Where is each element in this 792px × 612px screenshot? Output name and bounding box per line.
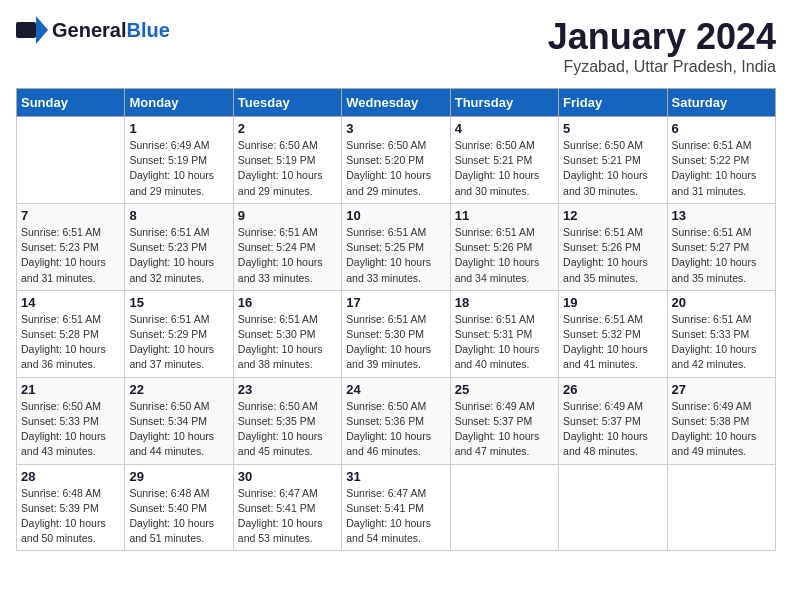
calendar-day-cell: 1Sunrise: 6:49 AM Sunset: 5:19 PM Daylig…	[125, 117, 233, 204]
day-of-week-header: Sunday	[17, 89, 125, 117]
day-of-week-header: Thursday	[450, 89, 558, 117]
day-info: Sunrise: 6:50 AM Sunset: 5:20 PM Dayligh…	[346, 138, 445, 199]
day-number: 18	[455, 295, 554, 310]
day-number: 31	[346, 469, 445, 484]
day-number: 27	[672, 382, 771, 397]
day-info: Sunrise: 6:51 AM Sunset: 5:29 PM Dayligh…	[129, 312, 228, 373]
day-info: Sunrise: 6:50 AM Sunset: 5:33 PM Dayligh…	[21, 399, 120, 460]
day-number: 21	[21, 382, 120, 397]
day-info: Sunrise: 6:50 AM Sunset: 5:19 PM Dayligh…	[238, 138, 337, 199]
calendar-day-cell: 22Sunrise: 6:50 AM Sunset: 5:34 PM Dayli…	[125, 377, 233, 464]
svg-rect-0	[16, 22, 36, 38]
day-info: Sunrise: 6:51 AM Sunset: 5:26 PM Dayligh…	[563, 225, 662, 286]
calendar-day-cell: 11Sunrise: 6:51 AM Sunset: 5:26 PM Dayli…	[450, 203, 558, 290]
day-info: Sunrise: 6:51 AM Sunset: 5:27 PM Dayligh…	[672, 225, 771, 286]
calendar-day-cell: 14Sunrise: 6:51 AM Sunset: 5:28 PM Dayli…	[17, 290, 125, 377]
calendar-day-cell: 24Sunrise: 6:50 AM Sunset: 5:36 PM Dayli…	[342, 377, 450, 464]
day-of-week-header: Friday	[559, 89, 667, 117]
calendar-day-cell: 29Sunrise: 6:48 AM Sunset: 5:40 PM Dayli…	[125, 464, 233, 551]
day-number: 8	[129, 208, 228, 223]
calendar-day-cell: 13Sunrise: 6:51 AM Sunset: 5:27 PM Dayli…	[667, 203, 775, 290]
svg-marker-1	[36, 16, 48, 44]
calendar-day-cell: 27Sunrise: 6:49 AM Sunset: 5:38 PM Dayli…	[667, 377, 775, 464]
day-info: Sunrise: 6:51 AM Sunset: 5:32 PM Dayligh…	[563, 312, 662, 373]
calendar-day-cell: 5Sunrise: 6:50 AM Sunset: 5:21 PM Daylig…	[559, 117, 667, 204]
day-number: 16	[238, 295, 337, 310]
day-number: 9	[238, 208, 337, 223]
title-block: January 2024 Fyzabad, Uttar Pradesh, Ind…	[548, 16, 776, 76]
calendar-day-cell: 26Sunrise: 6:49 AM Sunset: 5:37 PM Dayli…	[559, 377, 667, 464]
calendar-day-cell: 18Sunrise: 6:51 AM Sunset: 5:31 PM Dayli…	[450, 290, 558, 377]
day-info: Sunrise: 6:47 AM Sunset: 5:41 PM Dayligh…	[238, 486, 337, 547]
day-number: 25	[455, 382, 554, 397]
day-number: 20	[672, 295, 771, 310]
logo-general: General	[52, 19, 126, 41]
day-info: Sunrise: 6:49 AM Sunset: 5:37 PM Dayligh…	[455, 399, 554, 460]
page-header: GeneralBlue January 2024 Fyzabad, Uttar …	[16, 16, 776, 76]
day-info: Sunrise: 6:48 AM Sunset: 5:40 PM Dayligh…	[129, 486, 228, 547]
day-number: 17	[346, 295, 445, 310]
calendar-day-cell: 21Sunrise: 6:50 AM Sunset: 5:33 PM Dayli…	[17, 377, 125, 464]
day-number: 29	[129, 469, 228, 484]
calendar-body: 1Sunrise: 6:49 AM Sunset: 5:19 PM Daylig…	[17, 117, 776, 551]
day-info: Sunrise: 6:50 AM Sunset: 5:36 PM Dayligh…	[346, 399, 445, 460]
day-info: Sunrise: 6:51 AM Sunset: 5:31 PM Dayligh…	[455, 312, 554, 373]
location: Fyzabad, Uttar Pradesh, India	[548, 58, 776, 76]
day-number: 10	[346, 208, 445, 223]
calendar-day-cell: 19Sunrise: 6:51 AM Sunset: 5:32 PM Dayli…	[559, 290, 667, 377]
calendar-day-cell: 20Sunrise: 6:51 AM Sunset: 5:33 PM Dayli…	[667, 290, 775, 377]
day-of-week-header: Saturday	[667, 89, 775, 117]
calendar-day-cell: 31Sunrise: 6:47 AM Sunset: 5:41 PM Dayli…	[342, 464, 450, 551]
calendar-week-row: 28Sunrise: 6:48 AM Sunset: 5:39 PM Dayli…	[17, 464, 776, 551]
day-info: Sunrise: 6:51 AM Sunset: 5:25 PM Dayligh…	[346, 225, 445, 286]
day-number: 22	[129, 382, 228, 397]
day-number: 2	[238, 121, 337, 136]
day-number: 11	[455, 208, 554, 223]
calendar-day-cell: 6Sunrise: 6:51 AM Sunset: 5:22 PM Daylig…	[667, 117, 775, 204]
calendar-week-row: 21Sunrise: 6:50 AM Sunset: 5:33 PM Dayli…	[17, 377, 776, 464]
day-info: Sunrise: 6:51 AM Sunset: 5:23 PM Dayligh…	[129, 225, 228, 286]
logo-blue-text: Blue	[126, 19, 169, 41]
day-info: Sunrise: 6:50 AM Sunset: 5:34 PM Dayligh…	[129, 399, 228, 460]
day-info: Sunrise: 6:51 AM Sunset: 5:30 PM Dayligh…	[238, 312, 337, 373]
day-number: 6	[672, 121, 771, 136]
day-info: Sunrise: 6:51 AM Sunset: 5:26 PM Dayligh…	[455, 225, 554, 286]
day-number: 23	[238, 382, 337, 397]
day-of-week-header: Monday	[125, 89, 233, 117]
day-info: Sunrise: 6:49 AM Sunset: 5:38 PM Dayligh…	[672, 399, 771, 460]
day-info: Sunrise: 6:51 AM Sunset: 5:28 PM Dayligh…	[21, 312, 120, 373]
month-title: January 2024	[548, 16, 776, 58]
day-info: Sunrise: 6:51 AM Sunset: 5:24 PM Dayligh…	[238, 225, 337, 286]
day-info: Sunrise: 6:48 AM Sunset: 5:39 PM Dayligh…	[21, 486, 120, 547]
calendar-day-cell: 15Sunrise: 6:51 AM Sunset: 5:29 PM Dayli…	[125, 290, 233, 377]
day-of-week-header: Tuesday	[233, 89, 341, 117]
day-info: Sunrise: 6:47 AM Sunset: 5:41 PM Dayligh…	[346, 486, 445, 547]
calendar-day-cell	[559, 464, 667, 551]
day-number: 19	[563, 295, 662, 310]
calendar-day-cell: 23Sunrise: 6:50 AM Sunset: 5:35 PM Dayli…	[233, 377, 341, 464]
day-number: 4	[455, 121, 554, 136]
logo: GeneralBlue	[16, 16, 170, 44]
calendar-table: SundayMondayTuesdayWednesdayThursdayFrid…	[16, 88, 776, 551]
day-of-week-header: Wednesday	[342, 89, 450, 117]
calendar-day-cell: 12Sunrise: 6:51 AM Sunset: 5:26 PM Dayli…	[559, 203, 667, 290]
day-number: 5	[563, 121, 662, 136]
day-info: Sunrise: 6:50 AM Sunset: 5:21 PM Dayligh…	[455, 138, 554, 199]
day-number: 1	[129, 121, 228, 136]
day-info: Sunrise: 6:51 AM Sunset: 5:33 PM Dayligh…	[672, 312, 771, 373]
day-info: Sunrise: 6:49 AM Sunset: 5:37 PM Dayligh…	[563, 399, 662, 460]
calendar-day-cell	[667, 464, 775, 551]
day-number: 13	[672, 208, 771, 223]
day-number: 14	[21, 295, 120, 310]
day-info: Sunrise: 6:50 AM Sunset: 5:21 PM Dayligh…	[563, 138, 662, 199]
day-info: Sunrise: 6:51 AM Sunset: 5:23 PM Dayligh…	[21, 225, 120, 286]
calendar-day-cell: 8Sunrise: 6:51 AM Sunset: 5:23 PM Daylig…	[125, 203, 233, 290]
calendar-week-row: 1Sunrise: 6:49 AM Sunset: 5:19 PM Daylig…	[17, 117, 776, 204]
day-number: 7	[21, 208, 120, 223]
day-info: Sunrise: 6:49 AM Sunset: 5:19 PM Dayligh…	[129, 138, 228, 199]
calendar-day-cell	[17, 117, 125, 204]
calendar-day-cell: 17Sunrise: 6:51 AM Sunset: 5:30 PM Dayli…	[342, 290, 450, 377]
days-of-week-row: SundayMondayTuesdayWednesdayThursdayFrid…	[17, 89, 776, 117]
calendar-day-cell: 10Sunrise: 6:51 AM Sunset: 5:25 PM Dayli…	[342, 203, 450, 290]
day-number: 3	[346, 121, 445, 136]
